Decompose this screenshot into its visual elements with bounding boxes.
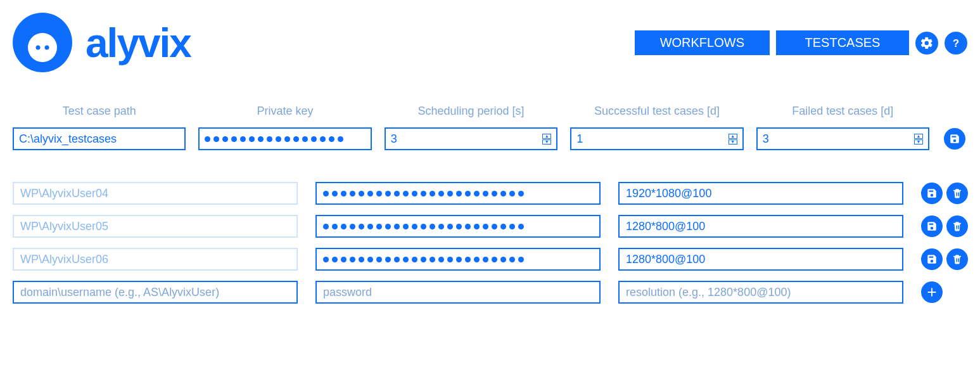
config-labels: Test case path Private key Scheduling pe… (13, 105, 967, 118)
password-mask (323, 191, 524, 196)
row-actions (921, 216, 972, 237)
trash-icon (951, 254, 963, 265)
workflows-tab[interactable]: WORKFLOWS (635, 30, 770, 55)
resolution-input[interactable]: 1280*800@100 (618, 215, 903, 238)
gear-icon (920, 36, 934, 50)
save-user-button[interactable] (921, 183, 943, 204)
config-inputs: C:\alyvix_testcases 3 ▲▼ 1 ▲▼ 3 ▲▼ (13, 127, 967, 150)
new-password-input[interactable]: password (315, 281, 601, 304)
username-input[interactable]: WP\AlyvixUser04 (13, 182, 298, 205)
save-icon (949, 133, 960, 145)
settings-button[interactable] (915, 32, 938, 55)
trash-icon (951, 188, 963, 199)
private-key-input[interactable] (198, 127, 371, 150)
svg-point-1 (28, 33, 57, 62)
placeholder-text: resolution (e.g., 1280*800@100) (626, 286, 791, 299)
save-icon (926, 254, 938, 265)
brand-logo: alyvix (13, 13, 209, 73)
label-period: Scheduling period [s] (385, 105, 557, 118)
private-key-mask (205, 136, 343, 142)
user-row: WP\AlyvixUser041920*1080@100 (13, 182, 967, 205)
delete-user-button[interactable] (946, 183, 968, 204)
label-path: Test case path (13, 105, 186, 118)
header: alyvix WORKFLOWS TESTCASES ? (0, 0, 980, 79)
password-mask (323, 224, 524, 229)
new-username-input[interactable]: domain\username (e.g., AS\AlyvixUser) (13, 281, 298, 304)
users-section: WP\AlyvixUser041920*1080@100WP\AlyvixUse… (0, 163, 980, 316)
new-user-row: domain\username (e.g., AS\AlyvixUser)pas… (13, 281, 967, 304)
trash-icon (951, 221, 963, 232)
placeholder-text: password (323, 286, 372, 299)
row-actions (921, 248, 972, 270)
plus-icon (925, 285, 939, 299)
failed-days-input[interactable]: 3 ▲▼ (756, 127, 929, 150)
label-failed: Failed test cases [d] (756, 105, 929, 118)
help-icon: ? (949, 36, 963, 50)
add-user-button[interactable] (921, 281, 943, 303)
password-input[interactable] (315, 182, 601, 205)
delete-user-button[interactable] (946, 248, 968, 270)
svg-text:?: ? (953, 37, 959, 48)
save-user-button[interactable] (921, 216, 943, 237)
placeholder-text: domain\username (e.g., AS\AlyvixUser) (20, 286, 219, 299)
svg-text:alyvix: alyvix (86, 20, 192, 66)
row-actions (921, 183, 972, 204)
user-row: WP\AlyvixUser051280*800@100 (13, 215, 967, 238)
save-icon (926, 188, 938, 199)
row-actions (921, 281, 972, 303)
failed-days-value: 3 (763, 132, 769, 146)
delete-user-button[interactable] (946, 216, 968, 237)
header-right: WORKFLOWS TESTCASES ? (635, 30, 967, 55)
test-case-path-input[interactable]: C:\alyvix_testcases (13, 127, 186, 150)
password-mask (323, 257, 524, 262)
svg-point-2 (36, 46, 41, 50)
save-config-button[interactable] (944, 128, 965, 150)
resolution-input[interactable]: 1920*1080@100 (618, 182, 903, 205)
resolution-input[interactable]: 1280*800@100 (618, 248, 903, 271)
new-resolution-input[interactable]: resolution (e.g., 1280*800@100) (618, 281, 903, 304)
label-key: Private key (198, 105, 371, 118)
help-button[interactable]: ? (945, 32, 967, 55)
password-input[interactable] (315, 215, 601, 238)
spinner-control[interactable]: ▲▼ (542, 134, 551, 145)
username-input[interactable]: WP\AlyvixUser06 (13, 248, 298, 271)
save-icon (926, 221, 938, 232)
spinner-control[interactable]: ▲▼ (729, 134, 737, 145)
user-row: WP\AlyvixUser061280*800@100 (13, 248, 967, 271)
svg-point-3 (45, 46, 49, 50)
testcases-tab[interactable]: TESTCASES (776, 30, 909, 55)
password-input[interactable] (315, 248, 601, 271)
scheduling-period-input[interactable]: 3 ▲▼ (385, 127, 557, 150)
successful-days-value: 1 (576, 132, 583, 146)
save-user-button[interactable] (921, 248, 943, 270)
username-input[interactable]: WP\AlyvixUser05 (13, 215, 298, 238)
config-section: Test case path Private key Scheduling pe… (0, 79, 980, 163)
scheduling-period-value: 3 (391, 132, 397, 146)
spinner-control[interactable]: ▲▼ (914, 134, 923, 145)
successful-days-input[interactable]: 1 ▲▼ (570, 127, 743, 150)
label-success: Successful test cases [d] (570, 105, 743, 118)
